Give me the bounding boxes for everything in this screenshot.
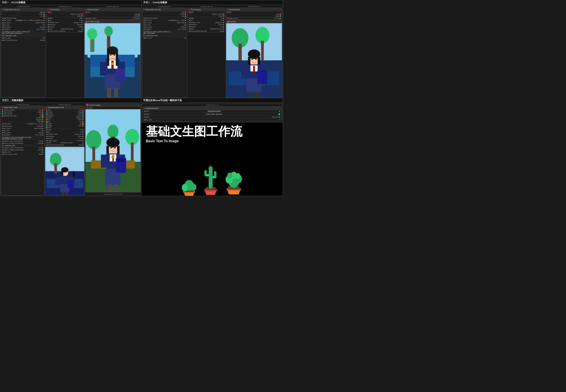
ec-pos-text: 1girl sitting on a bus, (school uniform:… <box>142 30 187 34</box>
svg-point-18 <box>110 54 112 56</box>
ks2-pipe-in: pipe <box>226 11 282 13</box>
ks-header-q2: ≡ EasyKSampler <box>226 8 282 11</box>
ps2-image-latent: image_to_latent <box>188 13 225 15</box>
easyloader-full-panel: ComfyUI Easy Use ≡ EasyLoader (Full) mod… <box>1 103 44 196</box>
quadrant-4: 可通过全局seed节点统一随机种子值 ComfyUI Easy Use ≡ Ea… <box>142 98 283 196</box>
svg-rect-24 <box>114 88 118 98</box>
ksampler-box-q1: ≡ EasyKSampler pipe pipe model ◀ image_o… <box>84 8 141 20</box>
gs-last-seed-row: ◀ last_seed0 <box>143 119 281 121</box>
a1111-style-row: ◀ a1111_prompt_stylefalse ▶ <box>1 39 46 41</box>
conn-model-out: model <box>1 13 46 15</box>
global-seed-box: ≡ EasyGlobalSeed ◀ value 236370671715313… <box>143 107 282 121</box>
preview-full-header: Preview Image <box>86 104 140 107</box>
svg-point-100 <box>112 149 113 150</box>
svg-point-75 <box>86 130 101 149</box>
clip-skip-row: ◀ clip_skip-1 ▶ <box>1 24 46 26</box>
ec-neg-text: text, watermark, nsfw <box>142 34 187 37</box>
ksampler-full-panel: ComfyUI Easy Use ≡ EasyKSampler (Full) p… <box>45 103 85 196</box>
ksf-cfg: ◀ cfg8.0 ▶ <box>45 131 84 133</box>
cactus-2-svg <box>201 160 220 196</box>
gs-mode-row: ◀ mode control_before_generate <box>143 113 281 116</box>
ks2-pipe-out: pipe <box>226 13 282 15</box>
ps-latent-out: latent <box>47 15 84 17</box>
svg-point-79 <box>107 125 119 138</box>
conn-vae-out: vae <box>1 15 46 17</box>
ckpt-row: ◀ ckpt_nameReal重量级人造人_v1080-none.safeten… <box>1 19 46 22</box>
svg-rect-23 <box>107 88 111 98</box>
small-preview-q3 <box>45 147 85 196</box>
conn-pipe-out: pipe <box>1 11 46 13</box>
cactus-row <box>146 160 279 196</box>
ef-header: ≡ EasyLoader (Full) <box>1 106 44 109</box>
ps2-steps: ◀ steps20 ▶ <box>188 17 225 19</box>
svg-line-127 <box>212 165 213 167</box>
ksf-xyplot: xyPlot clip <box>45 123 84 125</box>
ksf-seed-val: ◀ seed236370671715313▶ <box>45 142 84 144</box>
ps-seed: ◀ seed236370671715313▶ <box>47 28 84 30</box>
svg-point-27 <box>111 62 114 65</box>
svg-rect-49 <box>257 70 267 84</box>
ps2-seed: ◀ seed236370671715313 ▶ <box>188 28 225 30</box>
ec-pipe-out: pipe <box>142 11 187 13</box>
q2-title: 方式二：Comfy加载器 <box>142 0 283 5</box>
svg-rect-67 <box>55 177 61 185</box>
comfy-header-q2-1: ComfyUI Easy Use <box>142 6 187 8</box>
presampling-panel-q2: ComfyUI Easy Use ≡ PreSampling pipe imag… <box>188 6 225 98</box>
preview-image-q2: Preview <box>226 20 282 98</box>
svg-rect-123 <box>214 171 216 178</box>
svg-text:E: E <box>112 156 114 158</box>
preview-image-full-box: Preview Image images <box>85 103 141 193</box>
global-seed-section: ComfyUI Easy Use ≡ EasyGlobalSeed ◀ valu… <box>142 103 283 123</box>
ef-negative-out: negative <box>1 119 44 121</box>
pos-text: 1girl sitting on a bus, (school uniform:… <box>1 30 46 34</box>
svg-rect-71 <box>65 192 68 195</box>
ks-output-row: ◀ image_outputPreview ▶ <box>85 17 140 19</box>
svg-rect-17 <box>116 52 118 66</box>
svg-point-97 <box>114 146 116 148</box>
svg-rect-16 <box>107 52 109 66</box>
ksf-pipe: pipe pipe <box>45 109 84 111</box>
ef-resolution: ◀ resolution512 x 768 ▶ <box>1 134 44 136</box>
quadrant-1: 方式一：A1111加载器 ComfyUI Easy Use ≡ easyload… <box>0 0 142 98</box>
easyloader-a1111-panel: ComfyUI Easy Use ≡ easyloader_a1111 Easy… <box>1 6 46 98</box>
ef-pos-weight: ◀ positive_weight_interpretationcomfy ▶ <box>1 142 44 144</box>
ks-pipe-in: pipe <box>85 11 140 13</box>
quadrant-2: 方式二：Comfy加载器 ComfyUI Easy Use ≡ EasyLoad… <box>142 0 283 98</box>
ksampler-box-q2: ≡ EasyKSampler pipe pipe image ◀ image_o… <box>226 8 282 20</box>
presampling-header-q1: ≡ PreSampling <box>47 8 84 11</box>
quadrant-3: 方式三：完整加载器 ComfyUI Easy Use ≡ EasyLoader … <box>0 98 142 196</box>
svg-point-136 <box>235 173 240 179</box>
ksf-sampler-name: ◀ sampler_namedpmpp_2m ▶ <box>45 133 84 135</box>
batch-row: ◀ batch_size1 ▶ <box>1 37 46 39</box>
ksf-negative: negative positive <box>45 115 84 117</box>
ps-scheduler: ◀ schedulerkarras ▶ <box>47 24 84 26</box>
preview-dot-q1 <box>86 21 88 23</box>
svg-point-135 <box>227 173 232 178</box>
easyloader-full-box: ≡ EasyLoader (Full) model_override pipe … <box>1 106 44 196</box>
svg-rect-33 <box>238 44 242 60</box>
q1-inner: ComfyUI Easy Use ≡ easyloader_a1111 Easy… <box>0 5 141 98</box>
q2-inner: ComfyUI Easy Use ≡ EasyLoader (Comfy) pi… <box>142 5 283 98</box>
ef-lora-in: optional_lora_stack clip <box>1 115 44 117</box>
svg-rect-35 <box>261 41 264 60</box>
svg-point-96 <box>110 146 112 148</box>
svg-point-46 <box>255 58 257 60</box>
svg-point-111 <box>182 184 188 191</box>
comfy-header-2: ComfyUI Easy Use <box>46 6 84 8</box>
svg-rect-102 <box>114 184 118 192</box>
q3-title: 方式三：完整加载器 <box>0 98 141 103</box>
ksf-latent: latent negative <box>45 117 84 119</box>
ef-vae-in: vae_override vae <box>1 113 44 115</box>
svg-rect-20 <box>100 62 106 76</box>
ps-steps: ◀ steps20 ▶ <box>47 17 84 19</box>
svg-rect-44 <box>253 66 255 73</box>
ps-image-latent-out: image_to_latent <box>47 13 84 15</box>
ks2-output: ◀ image_outputPreview ▶ <box>226 17 282 19</box>
comfy-header-q3-2: ComfyUI Easy Use <box>45 103 85 105</box>
easyloader-a1111-box: ≡ easyloader_a1111 EasyLoader (A1111) pi… <box>1 8 46 98</box>
preview-image-q1: Preview Image <box>84 20 141 98</box>
gs-header: ≡ EasyGlobalSeed <box>143 107 281 110</box>
svg-rect-95 <box>117 159 125 162</box>
easyloader-a1111-header: ≡ easyloader_a1111 EasyLoader (A1111) <box>1 8 46 11</box>
svg-point-45 <box>251 58 253 60</box>
